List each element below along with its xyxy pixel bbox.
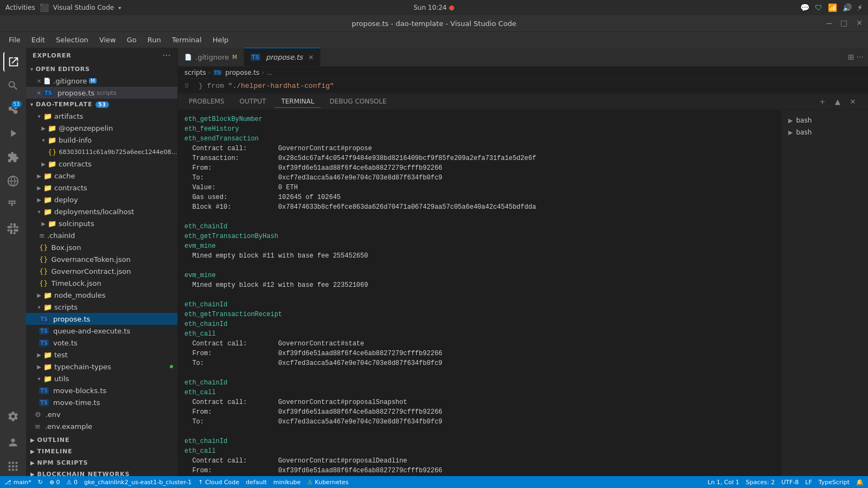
tree-contracts-artifacts[interactable]: ▶ 📁 contracts: [26, 158, 177, 170]
activity-slack[interactable]: [3, 219, 23, 239]
status-server[interactable]: gke_chainlink2_us-east1-b_cluster-1: [84, 479, 192, 486]
outline-section[interactable]: ▶ OUTLINE: [26, 434, 177, 446]
new-terminal-btn[interactable]: +: [816, 95, 829, 108]
tab-gitignore[interactable]: 📄 .gitignore M: [178, 48, 244, 67]
tab-propose-ts[interactable]: TS propose.ts ✕: [244, 48, 321, 67]
menu-terminal[interactable]: Terminal: [168, 34, 206, 46]
menu-help[interactable]: Help: [208, 34, 233, 46]
ts-icon: TS: [39, 316, 49, 323]
tree-move-blocks[interactable]: TS move-blocks.ts: [26, 384, 177, 396]
status-spaces[interactable]: Spaces: 2: [746, 479, 775, 486]
tree-governance-token[interactable]: {} GovernanceToken.json: [26, 253, 177, 265]
window-controls: ─ □ ✕: [826, 18, 863, 29]
discord-icon[interactable]: 💬: [800, 3, 809, 12]
breadcrumb-ellipsis[interactable]: ...: [266, 69, 272, 76]
panel-close-btn[interactable]: ✕: [846, 95, 859, 108]
tree-env-example[interactable]: ≡ .env.example: [26, 420, 177, 432]
close-btn[interactable]: ✕: [856, 18, 863, 29]
maximize-btn[interactable]: □: [840, 18, 847, 29]
terminal-icon-2: ▶: [788, 129, 793, 136]
activity-search[interactable]: [3, 76, 23, 95]
menu-edit[interactable]: Edit: [27, 34, 49, 46]
activity-settings[interactable]: [3, 407, 23, 426]
tree-test[interactable]: ▶ 📁 test: [26, 349, 177, 361]
activity-docker[interactable]: [3, 195, 23, 215]
tree-typechain-types[interactable]: ▶ 📁 typechain-types: [26, 361, 177, 373]
tree-build-info[interactable]: ▾ 📁 build-info: [26, 134, 177, 146]
tree-env[interactable]: ⚙ .env: [26, 408, 177, 420]
status-kubernetes[interactable]: ⚠ Kubernetes: [307, 479, 348, 486]
status-cloud[interactable]: ↑ Cloud Code: [198, 479, 239, 486]
tree-openzeppelin[interactable]: ▶ 📁 @openzeppelin: [26, 122, 177, 134]
menu-selection[interactable]: Selection: [52, 34, 93, 46]
activities-label[interactable]: Activities: [5, 4, 35, 11]
activity-run[interactable]: [3, 124, 23, 143]
tree-solcinputs[interactable]: ▶ 📁 solcinputs: [26, 217, 177, 229]
menu-view[interactable]: View: [95, 34, 120, 46]
blockchain-section[interactable]: ▶ BLOCKCHAIN NETWORKS: [26, 468, 177, 476]
terminal-instance-2[interactable]: ▶ bash: [782, 126, 868, 138]
tree-scripts[interactable]: ▾ 📁 scripts: [26, 301, 177, 313]
dao-template-section[interactable]: ▾ DAO-TEMPLATE 53: [26, 99, 177, 110]
status-sync[interactable]: ↻: [38, 479, 43, 486]
activity-remote[interactable]: [3, 171, 23, 191]
terminal-instance-1[interactable]: ▶ bash: [782, 114, 868, 126]
activity-source-control[interactable]: 53: [3, 100, 23, 119]
open-editors-section[interactable]: ▾ OPEN EDITORS: [26, 63, 177, 75]
tree-propose-ts[interactable]: TS propose.ts: [26, 313, 177, 325]
tree-utils[interactable]: ▾ 📁 utils: [26, 373, 177, 384]
tree-box-json[interactable]: {} Box.json: [26, 241, 177, 253]
tree-queue-and-execute[interactable]: TS queue-and-execute.ts: [26, 325, 177, 337]
breadcrumb-scripts[interactable]: scripts: [184, 69, 206, 76]
menu-run[interactable]: Run: [143, 34, 165, 46]
status-profile[interactable]: default: [246, 479, 267, 486]
tree-hash-file[interactable]: {} 683030111c61a9b725a6eec1244e084fj...: [26, 146, 177, 158]
status-encoding[interactable]: UTF-8: [781, 479, 799, 486]
tree-cache[interactable]: ▶ 📁 cache: [26, 170, 177, 182]
npm-scripts-section[interactable]: ▶ NPM SCRIPTS: [26, 457, 177, 468]
timeline-section[interactable]: ▶ TIMELINE: [26, 446, 177, 457]
activity-extensions[interactable]: [3, 147, 23, 167]
tree-node-modules[interactable]: ▶ 📁 node_modules: [26, 289, 177, 301]
panel-tab-output[interactable]: OUTPUT: [233, 95, 273, 108]
status-eol[interactable]: LF: [805, 479, 812, 486]
activity-apps[interactable]: [3, 457, 23, 476]
terminal-output[interactable]: eth_getBlockByNumber eth_feeHistory eth_…: [178, 110, 781, 476]
status-feedback[interactable]: 🔔: [856, 479, 864, 486]
close-icon-propose[interactable]: ✕: [35, 88, 43, 97]
tree-contracts[interactable]: ▶ 📁 contracts: [26, 182, 177, 194]
tree-vote-ts[interactable]: TS vote.ts: [26, 337, 177, 349]
tree-deployments[interactable]: ▾ 📁 deployments/localhost: [26, 206, 177, 217]
minimize-btn[interactable]: ─: [826, 18, 832, 29]
tree-governor-contract[interactable]: {} GovernorContract.json: [26, 265, 177, 277]
tab-more-btn[interactable]: ···: [857, 53, 864, 61]
open-file-gitignore[interactable]: ✕ 📄 .gitignore M: [26, 75, 177, 87]
split-editor-btn[interactable]: ⊞: [848, 53, 854, 61]
status-errors[interactable]: ⊗ 0: [49, 479, 60, 486]
panel-tab-terminal[interactable]: TERMINAL: [275, 95, 321, 108]
open-file-propose-ts[interactable]: ✕ TS propose.ts scripts: [26, 87, 177, 99]
tab-close-btn[interactable]: ✕: [308, 54, 314, 61]
menu-go[interactable]: Go: [123, 34, 141, 46]
tree-chainid[interactable]: ≡ .chainId: [26, 229, 177, 241]
svg-rect-10: [16, 462, 18, 464]
status-warnings[interactable]: ⚠ 0: [67, 479, 78, 486]
tree-move-time[interactable]: TS move-time.ts: [26, 396, 177, 408]
tree-deploy[interactable]: ▶ 📁 deploy: [26, 194, 177, 206]
panel-maximize-btn[interactable]: ▲: [831, 95, 844, 108]
status-ln-col[interactable]: Ln 1, Col 1: [707, 479, 739, 486]
status-minikube[interactable]: minikube: [273, 479, 301, 486]
tree-timelock[interactable]: {} TimeLock.json: [26, 277, 177, 289]
panel-tab-problems[interactable]: PROBLEMS: [182, 95, 231, 108]
breadcrumb-propose-ts[interactable]: propose.ts: [225, 69, 259, 76]
status-branch[interactable]: ⎇ main*: [4, 479, 31, 486]
tree-artifacts[interactable]: ▾ 📁 artifacts: [26, 110, 177, 122]
sidebar-menu-icon[interactable]: ···: [163, 52, 171, 59]
status-language[interactable]: TypeScript: [819, 479, 850, 486]
panel-tab-debug[interactable]: DEBUG CONSOLE: [323, 95, 393, 108]
menu-file[interactable]: File: [4, 34, 25, 46]
dropdown-icon[interactable]: ▾: [118, 5, 121, 11]
close-icon-gitignore[interactable]: ✕: [35, 76, 43, 85]
activity-explorer[interactable]: [3, 52, 23, 72]
activity-account[interactable]: [3, 433, 23, 452]
